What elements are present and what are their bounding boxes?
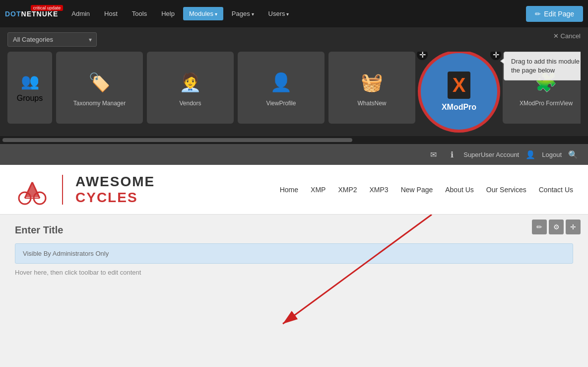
site-admin-bar: ✉ ℹ SuperUser Account 👤 Logout 🔍 (0, 144, 588, 165)
edit-hint: Hover here, then click toolbar to edit c… (15, 269, 573, 276)
site-name: AWESOME CYCLES (75, 174, 155, 206)
info-icon[interactable]: ℹ (445, 147, 459, 162)
site-nav: Home XMP XMP2 XMP3 New Page About Us Our… (280, 186, 573, 194)
gear-toolbar-btn[interactable]: ⚙ (549, 220, 564, 234)
drag-tooltip: Drag to add this module to the page belo… (504, 52, 581, 80)
drag-tooltip-text: Drag to add this module to the page belo… (511, 58, 581, 74)
superuser-account-label[interactable]: SuperUser Account (463, 151, 519, 158)
category-select[interactable]: All Categories (7, 32, 97, 47)
module-card-viewprofile[interactable]: 👤 ViewProfile (238, 52, 325, 124)
module-card-vendors[interactable]: 🧑‍💼 Vendors (147, 52, 234, 124)
nav-host[interactable]: Host (98, 7, 124, 20)
mail-icon[interactable]: ✉ (426, 147, 441, 162)
close-icon: ✕ (553, 32, 559, 40)
add-toolbar-btn[interactable]: ✛ (566, 220, 581, 234)
edit-page-button[interactable]: ✏ Edit Page (526, 6, 583, 22)
xmodpro-label: XModPro (442, 103, 476, 112)
formview-label: XModPro FormView (520, 100, 573, 107)
admin-notice: Visible By Administrators Only (15, 243, 573, 264)
module-card-taxonomy[interactable]: 🏷️ Taxonomy Manager (56, 52, 143, 124)
edit-page-label: Edit Page (544, 10, 574, 18)
groups-label: Groups (17, 94, 43, 103)
vendors-icon-area: 🧑‍💼 (177, 69, 204, 96)
vendors-label: Vendors (179, 100, 201, 107)
logout-button[interactable]: Logout (542, 151, 562, 158)
whatsnew-icon-area: 🧺 (358, 69, 386, 96)
content-title: Enter Title (15, 224, 573, 236)
plus-toolbar-icon: ✛ (570, 223, 576, 231)
site-logo: AWESOME CYCLES (15, 172, 155, 207)
logo-area: critical update DotNetNuke (5, 10, 58, 18)
top-nav: critical update DotNetNuke Admin Host To… (0, 0, 588, 27)
scrollbar-thumb (2, 138, 352, 142)
cancel-button[interactable]: ✕ Cancel (553, 32, 581, 40)
user-avatar-icon: 👤 (523, 147, 538, 162)
module-card-xmodpro[interactable]: ✛ ✛ X XModPro (419, 52, 499, 131)
critical-badge: critical update (31, 5, 64, 11)
site-name-bottom: CYCLES (75, 190, 155, 206)
logo-divider (62, 175, 63, 205)
content-toolbar: ✏ ⚙ ✛ (532, 220, 581, 234)
nav-our-services[interactable]: Our Services (486, 186, 526, 194)
pencil-toolbar-icon: ✏ (536, 223, 542, 231)
nav-contact-us[interactable]: Contact Us (539, 186, 573, 194)
edit-toolbar-btn[interactable]: ✏ (532, 220, 547, 234)
module-scrollbar[interactable] (0, 136, 588, 144)
nav-xmp[interactable]: XMP (311, 186, 326, 194)
taxonomy-icon-area: 🏷️ (86, 69, 113, 96)
module-panel-top: All Categories ▾ ✕ Cancel (7, 32, 581, 47)
nav-new-page[interactable]: New Page (401, 186, 433, 194)
xmodpro-icon: X (448, 72, 471, 99)
nav-tools[interactable]: Tools (126, 7, 153, 20)
module-card-whatsnew[interactable]: 🧺 WhatsNew (328, 52, 415, 124)
nav-about-us[interactable]: About Us (445, 186, 474, 194)
nav-home[interactable]: Home (280, 186, 298, 194)
nav-pages[interactable]: Pages (226, 7, 260, 20)
whatsnew-icon: 🧺 (361, 72, 383, 93)
groups-icon-area: 👥 (21, 73, 39, 90)
admin-bar-left: ✉ ℹ SuperUser Account 👤 Logout 🔍 (7, 147, 581, 162)
cancel-label: Cancel (561, 32, 581, 40)
category-select-wrapper: All Categories ▾ (7, 32, 97, 47)
module-card-groups[interactable]: 👥 Groups (7, 52, 52, 124)
viewprofile-label: ViewProfile (266, 100, 296, 107)
nav-xmp2[interactable]: XMP2 (338, 186, 357, 194)
vendor-icon: 🧑‍💼 (179, 72, 201, 93)
pencil-icon: ✏ (535, 10, 541, 18)
nav-xmp3[interactable]: XMP3 (370, 186, 389, 194)
site-name-top: AWESOME (75, 174, 155, 190)
content-area: ✏ ⚙ ✛ Enter Title Visible By Administrat… (0, 215, 588, 286)
groups-icon: 👥 (21, 73, 39, 89)
module-panel: All Categories ▾ ✕ Cancel 👥 Groups 🏷️ Ta… (0, 27, 588, 136)
nav-items: Admin Host Tools Help Modules Pages User… (65, 7, 526, 20)
viewprofile-icon-area: 👤 (267, 69, 295, 96)
nav-help[interactable]: Help (155, 7, 181, 20)
xmodpro-wrapper: ✛ ✛ X XModPro Drag to add this module to… (419, 52, 499, 131)
gear-toolbar-icon: ⚙ (553, 223, 560, 231)
move-cross-icon: ✛ (417, 52, 428, 60)
bike-icon (15, 172, 50, 207)
search-icon[interactable]: 🔍 (566, 147, 581, 162)
arrow-overlay (198, 215, 496, 364)
site-header: AWESOME CYCLES Home XMP XMP2 XMP3 New Pa… (0, 165, 588, 215)
nav-admin[interactable]: Admin (65, 7, 96, 20)
tag-icon: 🏷️ (88, 72, 111, 93)
module-grid: 👥 Groups 🏷️ Taxonomy Manager 🧑‍💼 Vendors… (7, 52, 581, 136)
whatsnew-label: WhatsNew (357, 100, 386, 107)
move-cross2-icon: ✛ (490, 52, 501, 60)
nav-modules[interactable]: Modules (183, 7, 223, 20)
nav-users[interactable]: Users (262, 7, 295, 20)
taxonomy-label: Taxonomy Manager (73, 100, 126, 107)
profile-icon: 👤 (270, 72, 292, 93)
logo: DotNetNuke (5, 10, 58, 18)
